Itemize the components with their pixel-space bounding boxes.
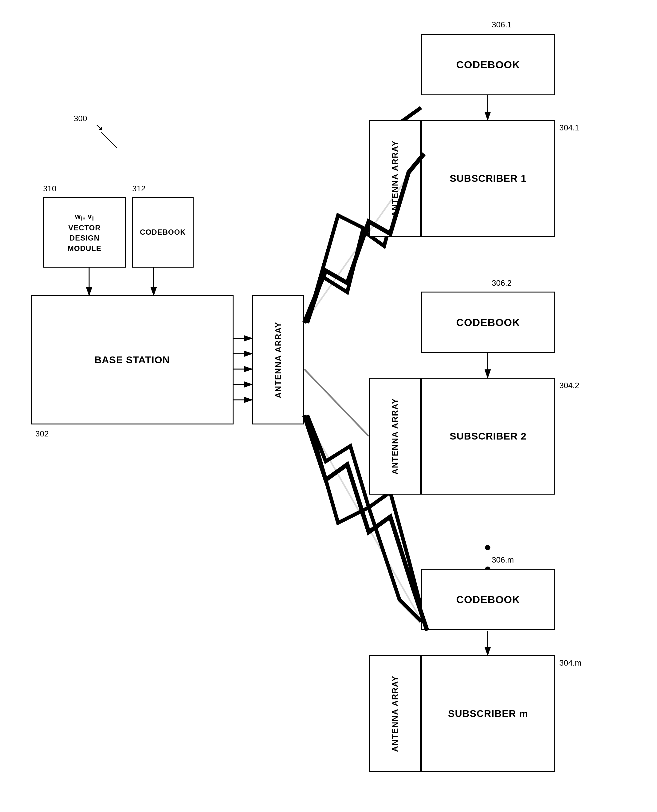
- base-station-box: BASE STATION: [31, 295, 234, 425]
- vector-design-module-box: wi, vi VECTOR DESIGN MODULE: [43, 197, 126, 268]
- ref-306-2-label: 306.2: [492, 278, 512, 288]
- subscriber-2-box: SUBSCRIBER 2: [421, 378, 555, 495]
- ref-304-1-label: 304.1: [559, 123, 579, 133]
- subscriber-1-antenna-array-box: ANTENNA ARRAY: [369, 120, 421, 237]
- subscriber-2-antenna-array-box: ANTENNA ARRAY: [369, 378, 421, 495]
- ref-302-label: 302: [35, 429, 48, 439]
- ref-304-m-label: 304.m: [559, 658, 581, 668]
- svg-line-2: [101, 132, 117, 148]
- ref-312-label: 312: [132, 184, 145, 194]
- svg-line-33: [304, 369, 369, 436]
- subscriber-m-antenna-array-box: ANTENNA ARRAY: [369, 655, 421, 772]
- base-station-antenna-array-box: ANTENNA ARRAY: [252, 295, 304, 425]
- codebook-2-box: CODEBOOK: [421, 292, 555, 353]
- ref-306-m-label: 306.m: [492, 555, 514, 565]
- ref-310-label: 310: [43, 184, 56, 194]
- subscriber-m-box: SUBSCRIBER m: [421, 655, 555, 772]
- codebook-small-box: CODEBOOK: [132, 197, 194, 268]
- codebook-m-box: CODEBOOK: [421, 569, 555, 630]
- subscriber-1-box: SUBSCRIBER 1: [421, 120, 555, 237]
- ref-300-arrow: ↘: [95, 122, 103, 132]
- ref-300-label: 300: [74, 114, 87, 123]
- ref-304-2-label: 304.2: [559, 381, 579, 390]
- codebook-1-box: CODEBOOK: [421, 34, 555, 95]
- svg-text:•: •: [484, 537, 491, 557]
- ref-306-1-label: 306.1: [492, 20, 512, 30]
